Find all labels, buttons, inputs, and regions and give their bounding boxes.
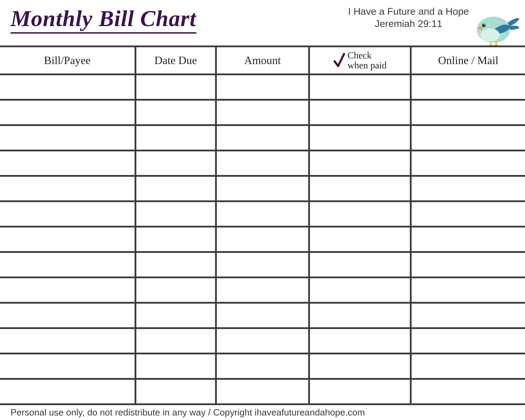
table-cell[interactable] (411, 125, 525, 150)
table-cell[interactable] (309, 150, 411, 176)
table-cell[interactable] (135, 176, 216, 201)
table-cell[interactable] (0, 100, 135, 125)
table-row (0, 379, 525, 404)
table-cell[interactable] (216, 252, 309, 277)
table-cell[interactable] (309, 125, 411, 150)
svg-point-2 (482, 24, 486, 27)
table-cell[interactable] (411, 150, 525, 176)
tagline-verse: Jeremiah 29:11 (348, 18, 469, 30)
table-cell[interactable] (135, 125, 216, 150)
table-cell[interactable] (216, 74, 309, 100)
table-cell[interactable] (135, 328, 216, 354)
table-cell[interactable] (135, 227, 216, 252)
table-row (0, 150, 525, 176)
table-cell[interactable] (0, 303, 135, 328)
table-cell[interactable] (135, 277, 216, 303)
table-cell[interactable] (309, 227, 411, 252)
table-cell[interactable] (0, 277, 135, 303)
table-cell[interactable] (135, 201, 216, 227)
table-cell[interactable] (411, 74, 525, 100)
table-cell[interactable] (216, 328, 309, 354)
table-cell[interactable] (309, 354, 411, 379)
table-cell[interactable] (309, 379, 411, 404)
col-amount: Amount (216, 46, 309, 74)
table-cell[interactable] (309, 303, 411, 328)
svg-point-3 (484, 24, 485, 25)
table-cell[interactable] (411, 201, 525, 227)
table-cell[interactable] (0, 150, 135, 176)
table-cell[interactable] (135, 100, 216, 125)
table-row (0, 354, 525, 379)
table-cell[interactable] (135, 354, 216, 379)
table-cell[interactable] (309, 176, 411, 201)
table-cell[interactable] (309, 328, 411, 354)
table-cell[interactable] (216, 100, 309, 125)
table-cell[interactable] (411, 303, 525, 328)
table-cell[interactable] (411, 227, 525, 252)
col-check-line1: Check (347, 50, 372, 61)
table-cell[interactable] (135, 303, 216, 328)
table-cell[interactable] (0, 201, 135, 227)
table-cell[interactable] (216, 227, 309, 252)
bird-icon (474, 10, 520, 46)
col-online-mail: Online / Mail (411, 46, 525, 74)
table-row (0, 303, 525, 328)
page: Monthly Bill Chart I Have a Future and a… (0, 0, 525, 420)
checkmark-icon (333, 53, 346, 68)
table-cell[interactable] (135, 74, 216, 100)
footer-text: Personal use only, do not redistribute i… (10, 407, 515, 418)
table-cell[interactable] (309, 277, 411, 303)
table-cell[interactable] (216, 150, 309, 176)
table-cell[interactable] (309, 252, 411, 277)
table-cell[interactable] (0, 176, 135, 201)
table-cell[interactable] (135, 379, 216, 404)
table-row (0, 176, 525, 201)
table-cell[interactable] (216, 379, 309, 404)
table-header-row: Bill/Payee Date Due Amount Check (0, 46, 525, 74)
table-cell[interactable] (411, 252, 525, 277)
table-row (0, 125, 525, 150)
table-row (0, 201, 525, 227)
table-row (0, 100, 525, 125)
col-check-line2: when paid (347, 60, 387, 71)
table-row (0, 252, 525, 277)
table-cell[interactable] (216, 354, 309, 379)
table-cell[interactable] (135, 252, 216, 277)
table-cell[interactable] (411, 328, 525, 354)
table-cell[interactable] (309, 100, 411, 125)
table-cell[interactable] (411, 176, 525, 201)
bill-table: Bill/Payee Date Due Amount Check (0, 46, 525, 405)
table-cell[interactable] (0, 74, 135, 100)
table-cell[interactable] (216, 303, 309, 328)
table-cell[interactable] (411, 100, 525, 125)
table-cell[interactable] (0, 379, 135, 404)
table-cell[interactable] (216, 277, 309, 303)
tagline-line1: I Have a Future and a Hope (348, 6, 469, 17)
page-title: Monthly Bill Chart (10, 5, 196, 34)
bill-table-wrap: Bill/Payee Date Due Amount Check (0, 46, 525, 405)
table-cell[interactable] (411, 354, 525, 379)
col-date-due: Date Due (135, 46, 216, 74)
table-row (0, 328, 525, 354)
table-cell[interactable] (216, 201, 309, 227)
table-cell[interactable] (309, 74, 411, 100)
table-row (0, 277, 525, 303)
table-row (0, 227, 525, 252)
table-cell[interactable] (0, 227, 135, 252)
col-bill-payee: Bill/Payee (0, 46, 135, 74)
header: Monthly Bill Chart I Have a Future and a… (0, 0, 525, 46)
table-cell[interactable] (309, 201, 411, 227)
table-cell[interactable] (0, 328, 135, 354)
table-row (0, 74, 525, 100)
table-cell[interactable] (216, 125, 309, 150)
table-cell[interactable] (411, 379, 525, 404)
table-body (0, 74, 525, 404)
table-cell[interactable] (216, 176, 309, 201)
tagline: I Have a Future and a Hope Jeremiah 29:1… (348, 5, 469, 30)
table-cell[interactable] (411, 277, 525, 303)
col-check-when-paid: Check when paid (309, 46, 411, 74)
table-cell[interactable] (0, 354, 135, 379)
table-cell[interactable] (0, 125, 135, 150)
table-cell[interactable] (0, 252, 135, 277)
table-cell[interactable] (135, 150, 216, 176)
